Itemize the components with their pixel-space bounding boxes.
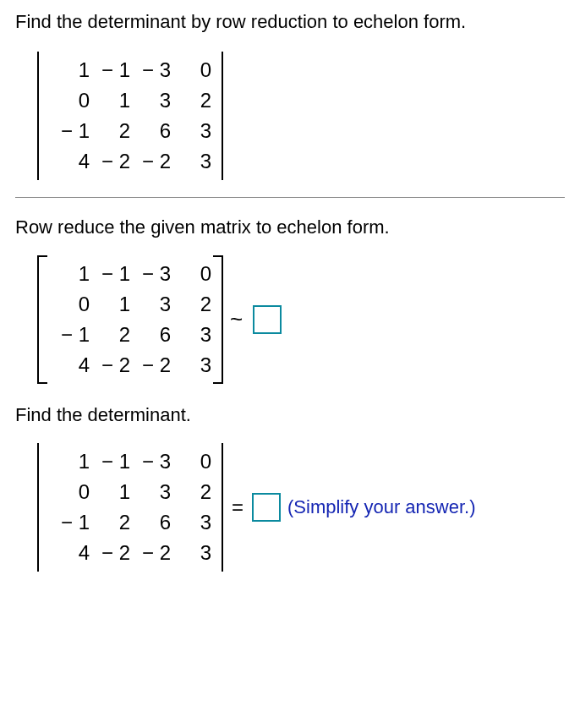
matrix-bracket: 1 − 1 − 3 0 0 1 3 2 − 1 2 6 3 (37, 254, 223, 386)
cell: 0 (171, 55, 211, 85)
cell: 4 (49, 350, 90, 380)
cell: 3 (171, 507, 211, 538)
cell: 0 (49, 85, 90, 116)
cell: − 3 (130, 446, 171, 477)
equals-sign: = (232, 495, 243, 519)
cell: 1 (90, 85, 130, 116)
cell: − 1 (49, 116, 90, 146)
simplify-note: (Simplify your answer.) (287, 496, 476, 518)
cell: 6 (130, 320, 171, 350)
cell: 4 (49, 146, 90, 177)
cell: 1 (90, 477, 130, 507)
cell: − 2 (90, 350, 130, 380)
matrix-determinant-top: 1 − 1 − 3 0 0 1 3 2 − 1 2 6 3 (37, 50, 223, 182)
divider (15, 197, 565, 198)
cell: 1 (49, 259, 90, 289)
cell: 0 (49, 477, 90, 507)
problem-statement: Find the determinant by row reduction to… (15, 10, 565, 35)
cell: − 2 (130, 538, 171, 568)
cell: 2 (171, 289, 211, 320)
matrix-determinant-bottom: 1 − 1 − 3 0 0 1 3 2 − 1 2 6 3 (37, 441, 223, 573)
cell: − 3 (130, 259, 171, 289)
cell: − 1 (49, 320, 90, 350)
cell: − 1 (49, 507, 90, 538)
cell: 3 (171, 350, 211, 380)
cell: 2 (90, 320, 130, 350)
cell: 3 (130, 289, 171, 320)
cell: 3 (130, 85, 171, 116)
cell: − 3 (130, 55, 171, 85)
cell: 3 (171, 116, 211, 146)
cell: 0 (49, 289, 90, 320)
row-reduce-line: 1 − 1 − 3 0 0 1 3 2 − 1 2 6 3 (37, 254, 565, 386)
tilde-symbol: ~ (230, 306, 243, 332)
cell: − 2 (90, 146, 130, 177)
cell: − 1 (90, 259, 130, 289)
cell: 3 (171, 538, 211, 568)
cell: 6 (130, 116, 171, 146)
cell: 0 (171, 259, 211, 289)
step-1-text: Row reduce the given matrix to echelon f… (15, 216, 565, 238)
cell: − 1 (90, 55, 130, 85)
echelon-answer-input[interactable] (253, 305, 282, 334)
determinant-display-top: 1 − 1 − 3 0 0 1 3 2 − 1 2 6 3 (37, 50, 565, 182)
cell: 2 (90, 116, 130, 146)
step-2-text: Find the determinant. (15, 404, 565, 426)
cell: 1 (49, 446, 90, 477)
cell: 0 (171, 446, 211, 477)
determinant-answer-input[interactable] (252, 493, 281, 522)
cell: − 1 (90, 446, 130, 477)
cell: 1 (49, 55, 90, 85)
cell: 2 (171, 85, 211, 116)
cell: − 2 (130, 350, 171, 380)
cell: − 2 (90, 538, 130, 568)
cell: 3 (130, 477, 171, 507)
cell: 3 (171, 320, 211, 350)
cell: 1 (90, 289, 130, 320)
determinant-answer-line: 1 − 1 − 3 0 0 1 3 2 − 1 2 6 3 (37, 441, 565, 573)
cell: 2 (90, 507, 130, 538)
cell: 2 (171, 477, 211, 507)
cell: − 2 (130, 146, 171, 177)
cell: 3 (171, 146, 211, 177)
cell: 6 (130, 507, 171, 538)
cell: 4 (49, 538, 90, 568)
